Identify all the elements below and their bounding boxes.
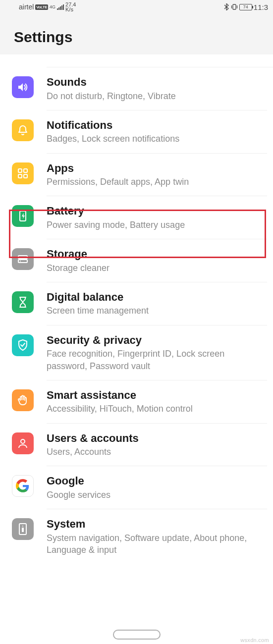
data-speed: 27.4K/s xyxy=(65,2,76,12)
row-title: Digital balance xyxy=(47,290,267,304)
watermark: wsxdn.com xyxy=(240,637,269,643)
status-right: 74 11:3 xyxy=(223,3,268,11)
vibrate-icon xyxy=(231,3,238,10)
row-title: Google xyxy=(47,474,267,488)
row-sub: Users, Accounts xyxy=(47,446,267,458)
network-type: 4G xyxy=(50,5,55,9)
row-smart-assistance[interactable]: Smart assistance Accessibility, HiTouch,… xyxy=(0,380,273,424)
system-icon xyxy=(12,518,34,540)
google-icon xyxy=(12,475,34,497)
carrier-label: airtel xyxy=(19,3,34,11)
row-sub: Screen time management xyxy=(47,305,267,317)
svg-rect-8 xyxy=(18,260,27,263)
row-battery[interactable]: Battery Power saving mode, Battery usage xyxy=(0,196,273,239)
row-title: Smart assistance xyxy=(47,388,267,402)
row-sounds[interactable]: Sounds Do not disturb, Ringtone, Vibrate xyxy=(0,67,273,110)
sounds-icon xyxy=(12,76,34,98)
svg-rect-6 xyxy=(21,210,24,212)
row-security[interactable]: Security & privacy Face recognition, Fin… xyxy=(0,325,273,380)
row-sub: Face recognition, Fingerprint ID, Lock s… xyxy=(47,348,267,372)
row-google[interactable]: Google Google services xyxy=(0,466,273,509)
page-title: Settings xyxy=(0,14,273,54)
svg-point-13 xyxy=(22,526,23,527)
row-notifications[interactable]: Notifications Badges, Lock screen notifi… xyxy=(0,110,273,154)
row-users-accounts[interactable]: Users & accounts Users, Accounts xyxy=(0,424,273,467)
notifications-icon xyxy=(12,119,34,141)
bluetooth-icon xyxy=(223,3,229,10)
row-sub: Accessibility, HiTouch, Motion control xyxy=(47,403,267,415)
status-bar: airtel VoLTE 4G 27.4K/s 74 11:3 xyxy=(0,0,273,14)
row-sub: Badges, Lock screen notifications xyxy=(47,133,267,145)
row-title: Notifications xyxy=(47,118,267,132)
svg-rect-1 xyxy=(18,169,22,172)
clock: 11:3 xyxy=(254,3,268,11)
row-system[interactable]: System System navigation, Software updat… xyxy=(0,509,273,564)
svg-rect-2 xyxy=(24,169,27,172)
truncated-row xyxy=(47,54,273,67)
svg-rect-4 xyxy=(24,174,27,178)
row-title: Security & privacy xyxy=(47,333,267,347)
battery-icon: 74 xyxy=(239,4,252,10)
row-sub: Storage cleaner xyxy=(47,262,267,274)
shield-icon xyxy=(12,334,34,356)
settings-list: Sounds Do not disturb, Ringtone, Vibrate… xyxy=(0,54,273,564)
row-title: Battery xyxy=(47,204,267,218)
row-digital-balance[interactable]: Digital balance Screen time management xyxy=(0,282,273,325)
hand-icon xyxy=(12,389,34,411)
hourglass-icon xyxy=(12,291,34,313)
svg-rect-14 xyxy=(22,528,24,532)
battery-row-icon xyxy=(12,205,34,227)
signal-icon xyxy=(57,4,64,10)
row-sub: Do not disturb, Ringtone, Vibrate xyxy=(47,90,267,102)
apps-icon xyxy=(12,162,34,184)
row-sub: Power saving mode, Battery usage xyxy=(47,219,267,231)
row-storage[interactable]: Storage Storage cleaner xyxy=(0,239,273,282)
row-sub: System navigation, Software update, Abou… xyxy=(47,532,267,556)
row-title: System xyxy=(47,517,267,531)
svg-point-11 xyxy=(21,439,25,443)
row-title: Storage xyxy=(47,247,267,261)
svg-rect-0 xyxy=(233,4,236,9)
row-title: Users & accounts xyxy=(47,431,267,445)
status-left: airtel VoLTE 4G 27.4K/s xyxy=(19,2,76,12)
row-title: Sounds xyxy=(47,75,267,89)
volte-badge: VoLTE xyxy=(35,4,48,10)
row-apps[interactable]: Apps Permissions, Default apps, App twin xyxy=(0,154,273,197)
row-sub: Permissions, Default apps, App twin xyxy=(47,176,267,188)
person-icon xyxy=(12,432,34,454)
row-sub: Google services xyxy=(47,489,267,501)
svg-point-10 xyxy=(20,261,21,262)
svg-rect-7 xyxy=(18,256,27,259)
home-indicator[interactable] xyxy=(113,630,161,640)
storage-icon xyxy=(12,248,34,270)
row-title: Apps xyxy=(47,161,267,175)
svg-rect-3 xyxy=(18,174,22,178)
svg-point-9 xyxy=(20,257,21,258)
